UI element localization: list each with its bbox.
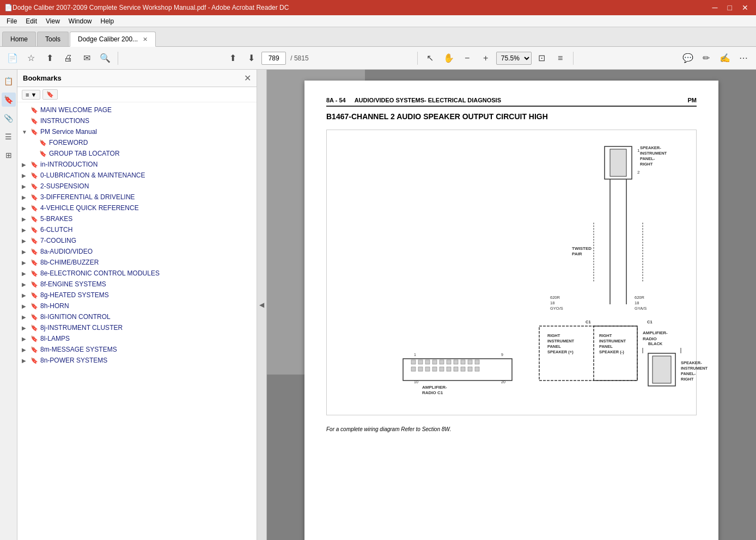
bookmark-item-8e-ecm[interactable]: ▶🔖8e-ELECTRONIC CONTROL MODULES xyxy=(17,268,257,279)
bookmark-item-3-diff[interactable]: ▶🔖3-DIFFERENTIAL & DRIVELINE xyxy=(17,192,257,202)
bookmark-item-8a-audio[interactable]: ▶🔖8a-AUDIO/VIDEO xyxy=(17,246,257,257)
cursor-tool-button[interactable]: ↖ xyxy=(422,50,438,66)
bookmark-expand-7-cooling[interactable]: ▶ xyxy=(22,238,31,244)
pdf-viewer[interactable]: 8A - 54 AUDIO/VIDEO SYSTEMS- ELECTRICAL … xyxy=(267,70,756,540)
bookmark-item-foreword[interactable]: 🔖FOREWORD xyxy=(17,137,257,148)
bookmark-item-in-intro[interactable]: ▶🔖in-INTRODUCTION xyxy=(17,159,257,170)
svg-text:GYA/S: GYA/S xyxy=(635,306,647,311)
fit-button[interactable]: ⊡ xyxy=(534,50,550,66)
page-header-left: 8A - 54 AUDIO/VIDEO SYSTEMS- ELECTRICAL … xyxy=(326,97,501,103)
page-up-button[interactable]: ⬆ xyxy=(224,50,241,66)
svg-text:SPEAKER (-): SPEAKER (-) xyxy=(599,349,624,354)
bookmark-item-2-susp[interactable]: ▶🔖2-SUSPENSION xyxy=(17,181,257,192)
bookmark-item-8h-horn[interactable]: ▶🔖8h-HORN xyxy=(17,300,257,311)
more-button[interactable]: ⋯ xyxy=(735,50,752,66)
bookmark-item-8b-chime[interactable]: ▶🔖8b-CHIME/BUZZER xyxy=(17,257,257,268)
bookmark-expand-pm-service-manual[interactable]: ▼ xyxy=(22,129,31,135)
pen-button[interactable]: ✏ xyxy=(698,50,715,66)
bookmark-item-8i-ignition[interactable]: ▶🔖8i-IGNITION CONTROL xyxy=(17,311,257,322)
bookmark-expand-8l-lamps[interactable]: ▶ xyxy=(22,336,31,342)
bookmark-item-8n-power[interactable]: ▶🔖8n-POWER SYSTEMS xyxy=(17,355,257,366)
menu-window[interactable]: Window xyxy=(64,16,96,26)
maximize-button[interactable]: □ xyxy=(724,2,735,13)
bookmark-expand-5-brakes[interactable]: ▶ xyxy=(22,216,31,222)
zoom-out-button[interactable]: − xyxy=(459,50,475,66)
bookmark-item-instructions[interactable]: 🔖INSTRUCTIONS xyxy=(17,115,257,126)
bookmark-expand-8m-message[interactable]: ▶ xyxy=(22,347,31,353)
bookmark-item-6-clutch[interactable]: ▶🔖6-CLUTCH xyxy=(17,224,257,235)
sign-button[interactable]: ✍ xyxy=(717,50,733,66)
page-number-input[interactable]: 789 xyxy=(261,52,286,65)
bookmark-expand-8g-heated[interactable]: ▶ xyxy=(22,292,31,298)
tab-doc[interactable]: Dodge Caliber 200... ✕ xyxy=(70,32,156,47)
bookmark-expand-8a-audio[interactable]: ▶ xyxy=(22,249,31,255)
search-button[interactable]: 🔍 xyxy=(97,50,113,66)
bookmark-expand-8e-ecm[interactable]: ▶ xyxy=(22,271,31,277)
bookmark-expand-8j-instrument[interactable]: ▶ xyxy=(22,325,31,331)
bookmark-item-main-welcome[interactable]: 🔖MAIN WELCOME PAGE xyxy=(17,105,257,115)
zoom-in-button[interactable]: + xyxy=(478,50,494,66)
bookmark-item-4-veh[interactable]: ▶🔖4-VEHICLE QUICK REFERENCE xyxy=(17,202,257,213)
menu-help[interactable]: Help xyxy=(96,16,119,26)
panel-collapse-button[interactable]: ◀ xyxy=(257,70,267,540)
minimize-button[interactable]: ─ xyxy=(709,2,721,13)
bookmark-expand-2-susp[interactable]: ▶ xyxy=(22,183,31,189)
bookmarks-close-button[interactable]: ✕ xyxy=(244,73,251,83)
svg-text:PANEL: PANEL xyxy=(547,344,561,349)
sidebar-icon-pages[interactable]: 📋 xyxy=(2,74,16,88)
new-button[interactable]: 📄 xyxy=(4,50,21,66)
bookmark-item-0-lub[interactable]: ▶🔖0-LUBRICATION & MAINTENANCE xyxy=(17,170,257,181)
bookmark-item-8g-heated[interactable]: ▶🔖8g-HEATED SYSTEMS xyxy=(17,290,257,300)
zoom-select[interactable]: 50% 75% 75.5% 100% 125% 150% 200% xyxy=(496,52,532,65)
bookmark-expand-0-lub[interactable]: ▶ xyxy=(22,173,31,179)
svg-text:BLACK: BLACK xyxy=(648,341,663,346)
bookmark-item-8m-message[interactable]: ▶🔖8m-MESSAGE SYSTEMS xyxy=(17,344,257,355)
bookmark-item-pm-service-manual[interactable]: ▼🔖PM Service Manual xyxy=(17,126,257,137)
scroll-button[interactable]: ≡ xyxy=(552,50,569,66)
bookmarks-new-button[interactable]: 🔖 xyxy=(42,89,58,100)
page-down-button[interactable]: ⬇ xyxy=(243,50,259,66)
svg-rect-50 xyxy=(418,367,423,371)
sidebar-icon-layers[interactable]: ☰ xyxy=(2,130,16,144)
bookmarks-options-button[interactable]: ≡ ▼ xyxy=(22,90,40,100)
tab-close-button[interactable]: ✕ xyxy=(143,36,148,42)
svg-text:TWISTED: TWISTED xyxy=(572,246,592,251)
bookmark-expand-4-veh[interactable]: ▶ xyxy=(22,205,31,211)
bookmark-expand-8b-chime[interactable]: ▶ xyxy=(22,260,31,266)
sidebar-icon-attachments[interactable]: 📎 xyxy=(2,111,16,125)
bookmark-expand-8i-ignition[interactable]: ▶ xyxy=(22,314,31,320)
bookmark-item-8f-engine[interactable]: ▶🔖8f-ENGINE SYSTEMS xyxy=(17,279,257,290)
bookmark-item-7-cooling[interactable]: ▶🔖7-COOLING xyxy=(17,235,257,246)
comment-button[interactable]: 💬 xyxy=(680,50,696,66)
close-button[interactable]: ✕ xyxy=(739,2,752,13)
menu-file[interactable]: File xyxy=(2,16,21,26)
bookmark-expand-8f-engine[interactable]: ▶ xyxy=(22,281,31,287)
bookmark-star-button[interactable]: ☆ xyxy=(23,50,39,66)
tab-home[interactable]: Home xyxy=(2,32,36,46)
sidebar-icon-nav[interactable]: ⊞ xyxy=(2,148,16,162)
bookmarks-panel: Bookmarks ✕ ≡ ▼ 🔖 🔖MAIN WELCOME PAGE🔖INS… xyxy=(17,70,257,540)
bookmark-expand-3-diff[interactable]: ▶ xyxy=(22,194,31,200)
print-button[interactable]: 🖨 xyxy=(60,50,76,66)
bookmark-item-5-brakes[interactable]: ▶🔖5-BRAKES xyxy=(17,213,257,224)
bookmark-item-8l-lamps[interactable]: ▶🔖8l-LAMPS xyxy=(17,333,257,344)
upload-button[interactable]: ⬆ xyxy=(41,50,58,66)
menu-view[interactable]: View xyxy=(41,16,64,26)
bookmark-item-8j-instrument[interactable]: ▶🔖8j-INSTRUMENT CLUSTER xyxy=(17,322,257,333)
bookmark-expand-6-clutch[interactable]: ▶ xyxy=(22,227,31,233)
hand-tool-button[interactable]: ✋ xyxy=(441,50,457,66)
svg-rect-40 xyxy=(418,360,423,364)
tab-tools[interactable]: Tools xyxy=(37,32,69,46)
sidebar-icon-bookmarks[interactable]: 🔖 xyxy=(2,93,16,107)
bookmark-label-8m-message: 8m-MESSAGE SYSTEMS xyxy=(40,346,117,353)
bookmarks-toolbar: ≡ ▼ 🔖 xyxy=(17,87,257,102)
menu-edit[interactable]: Edit xyxy=(21,16,41,26)
bookmark-item-group-tab[interactable]: 🔖GROUP TAB LOCATOR xyxy=(17,148,257,159)
bookmark-expand-in-intro[interactable]: ▶ xyxy=(22,162,31,168)
bookmark-label-8h-horn: 8h-HORN xyxy=(40,302,69,310)
svg-text:PANEL-: PANEL- xyxy=(640,156,655,161)
bookmark-label-8i-ignition: 8i-IGNITION CONTROL xyxy=(40,313,111,321)
mail-button[interactable]: ✉ xyxy=(78,50,95,66)
bookmark-expand-8n-power[interactable]: ▶ xyxy=(22,358,31,364)
bookmark-expand-8h-horn[interactable]: ▶ xyxy=(22,303,31,309)
